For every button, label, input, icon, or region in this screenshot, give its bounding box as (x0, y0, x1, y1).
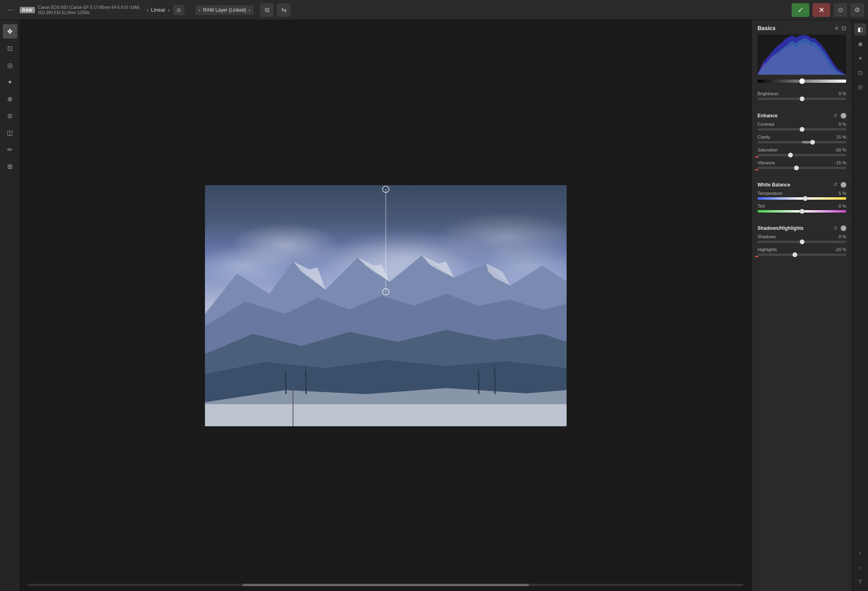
wb-reset-icon[interactable]: ↺ (833, 182, 837, 188)
saturation-thumb[interactable] (788, 153, 793, 157)
right-panel: Basics ≡ ⊡ (751, 20, 852, 591)
temperature-thumb[interactable] (803, 196, 808, 201)
cancel-button[interactable]: ✕ (813, 3, 830, 17)
tint-track[interactable] (757, 210, 846, 213)
settings-button[interactable]: ⚙ (850, 3, 864, 17)
menu-dots-button[interactable]: ··· (4, 4, 16, 16)
saturation-slider-row: Saturation -50 % (757, 147, 846, 156)
saturation-red-mark (755, 156, 758, 157)
flip-button[interactable]: ⇆ (277, 3, 291, 17)
sh-toggle[interactable] (841, 225, 846, 231)
preset-label: Linear (151, 7, 166, 13)
clarity-track[interactable] (757, 141, 846, 143)
enhance-section: Enhance ↺ Contrast 0 % Clarity (752, 108, 852, 177)
highlights-label: Highlights (757, 247, 777, 252)
compare-button[interactable]: ⧉ (260, 3, 274, 17)
photo-container (205, 185, 567, 426)
clarity-label: Clarity (757, 135, 770, 139)
heal-tool-button[interactable]: ✦ (3, 75, 17, 89)
main-layout: ✥ ⊡ ◎ ✦ ⊕ ⊘ ◫ ✏ ⊞ (0, 20, 868, 591)
brush-tool-button[interactable]: ✏ (3, 142, 17, 157)
vibrance-label-row: Vibrance -15 % (757, 160, 846, 165)
contrast-thumb[interactable] (800, 127, 805, 132)
bookmark-button[interactable]: ⊘ (173, 5, 184, 15)
saturation-track[interactable] (757, 154, 846, 156)
panel-menu-button[interactable]: ≡ (835, 25, 838, 31)
shadows-highlights-icons: ↺ (833, 225, 846, 231)
nav-left-button[interactable]: ‹ (854, 547, 866, 559)
move-tool-button[interactable]: ✥ (3, 24, 17, 39)
layer-nav: ‹ RAW Layer (Linked) › (196, 5, 254, 15)
histogram-svg (757, 35, 846, 75)
layer-next-button[interactable]: › (249, 7, 251, 13)
photo-background (205, 185, 567, 426)
temperature-track[interactable] (757, 197, 846, 200)
scroll-track[interactable] (28, 584, 743, 586)
contrast-label: Contrast (757, 122, 774, 127)
help-button[interactable]: ? (854, 576, 866, 588)
highlights-value: -20 % (835, 247, 846, 252)
shadows-highlights-title: Shadows/Highlights (757, 225, 804, 231)
brightness-label-row: Brightness 0 % (757, 91, 846, 96)
preset-nav: ‹ Linear › (147, 7, 170, 13)
canvas-area[interactable] (20, 20, 751, 591)
brightness-track[interactable] (757, 98, 846, 100)
enhance-toggle[interactable] (841, 113, 846, 119)
cam-line1: Canon EOS 50D (Canon EF-S 17-85mm f/4-5.… (38, 5, 139, 10)
mask-tool-button[interactable]: ◎ (3, 58, 17, 72)
enhance-header: Enhance ↺ (757, 112, 846, 119)
nav-right-button[interactable]: › (854, 561, 866, 573)
tint-label-row: Tint 0 % (757, 204, 846, 209)
shadows-track[interactable] (757, 241, 846, 243)
vibrance-track[interactable] (757, 167, 846, 169)
gradient-tool-overlay (205, 185, 567, 426)
enhance-reset-icon[interactable]: ↺ (833, 112, 837, 119)
clone-tool-button[interactable]: ⊕ (3, 92, 17, 106)
layers-button[interactable]: ◧ (854, 23, 866, 35)
white-balance-icons: ↺ (833, 182, 846, 188)
panel-export-button[interactable]: ⊡ (841, 25, 846, 31)
globe-button[interactable]: ◉ (854, 38, 866, 50)
panel-header-icons: ≡ ⊡ (835, 25, 846, 31)
stack-button[interactable]: ⊟ (854, 81, 866, 93)
preset-prev-button[interactable]: ‹ (147, 7, 149, 13)
stamp-tool-button[interactable]: ⊞ (3, 159, 17, 174)
crop-tool-button[interactable]: ⊡ (3, 41, 17, 55)
clarity-label-row: Clarity 15 % (757, 135, 846, 139)
vibrance-label: Vibrance (757, 160, 775, 165)
sh-reset-icon[interactable]: ↺ (833, 225, 837, 231)
exposure-thumb[interactable] (799, 78, 805, 84)
scroll-thumb[interactable] (243, 584, 529, 586)
search-button[interactable]: ⊙ (833, 3, 847, 17)
brightness-thumb[interactable] (800, 96, 805, 101)
toolbar-right: ✓ ✕ ⊙ ⚙ (792, 3, 864, 17)
resize-button[interactable]: ⊡ (854, 67, 866, 79)
temperature-label-row: Temperature 5 % (757, 191, 846, 196)
shadows-thumb[interactable] (800, 239, 805, 244)
contrast-track[interactable] (757, 128, 846, 131)
exposure-track[interactable] (757, 80, 846, 83)
highlights-thumb[interactable] (792, 252, 797, 257)
brightness-section: Brightness 0 % (752, 87, 852, 108)
tint-thumb[interactable] (800, 209, 805, 214)
highlights-label-row: Highlights -20 % (757, 247, 846, 252)
preset-next-button[interactable]: › (168, 7, 170, 13)
vibrance-slider-row: Vibrance -15 % (757, 160, 846, 169)
clarity-thumb[interactable] (810, 140, 815, 145)
wand-button[interactable]: ✦ (854, 52, 866, 64)
highlights-track[interactable] (757, 254, 846, 256)
toolbar: ··· RAW Canon EOS 50D (Canon EF-S 17-85m… (0, 0, 868, 20)
brightness-slider-row: Brightness 0 % (757, 91, 846, 100)
confirm-button[interactable]: ✓ (792, 3, 809, 17)
left-toolbar: ✥ ⊡ ◎ ✦ ⊕ ⊘ ◫ ✏ ⊞ (0, 20, 20, 591)
layer-prev-button[interactable]: ‹ (199, 7, 201, 13)
vibrance-thumb[interactable] (794, 166, 799, 170)
brightness-value: 0 % (839, 91, 846, 96)
wb-toggle[interactable] (841, 182, 846, 188)
gradient-tool-button[interactable]: ◫ (3, 125, 17, 140)
shadows-slider-row: Shadows 0 % (757, 234, 846, 243)
panel-header: Basics ≡ ⊡ (752, 20, 852, 35)
layer-label: RAW Layer (Linked) (203, 7, 246, 13)
eyedropper-tool-button[interactable]: ⊘ (3, 108, 17, 123)
tint-label: Tint (757, 204, 765, 209)
